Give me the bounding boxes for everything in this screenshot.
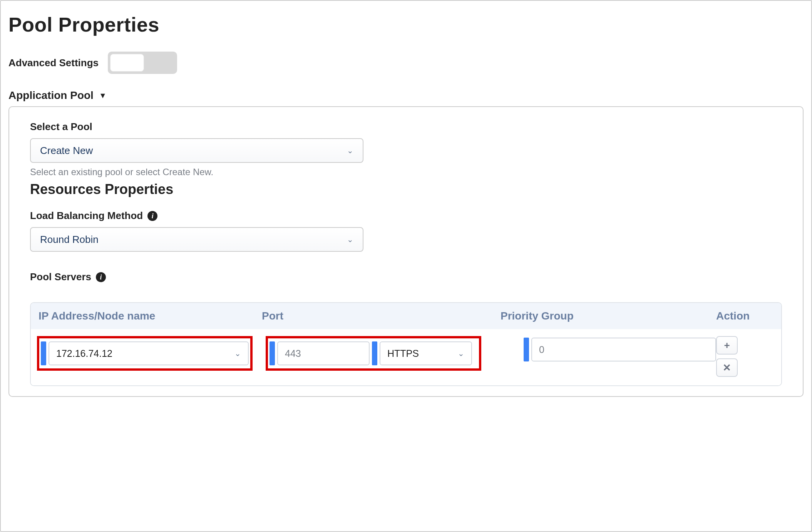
- priority-cell: 0: [524, 336, 716, 363]
- select-pool-helper: Select an existing pool or select Create…: [30, 167, 782, 177]
- load-balancing-method-value: Round Robin: [40, 234, 99, 246]
- protocol-dropdown[interactable]: HTTPS ⌄: [380, 341, 472, 365]
- select-pool-label-text: Select a Pool: [30, 121, 92, 133]
- focus-bar: [270, 341, 275, 365]
- pool-servers-label-text: Pool Servers: [30, 271, 91, 283]
- col-port: Port: [262, 310, 501, 322]
- highlight-ip-cell: 172.16.74.12 ⌄: [37, 336, 253, 371]
- action-cell: + ✕: [716, 336, 778, 377]
- ip-address-input[interactable]: 172.16.74.12 ⌄: [49, 341, 249, 365]
- chevron-down-icon: ⌄: [347, 146, 353, 155]
- page-title: Pool Properties: [8, 13, 804, 36]
- info-icon[interactable]: i: [147, 211, 157, 221]
- table-header: IP Address/Node name Port Priority Group…: [31, 303, 781, 329]
- advanced-settings-toggle[interactable]: [108, 52, 177, 74]
- pool-properties-frame: Pool Properties Advanced Settings Applic…: [0, 0, 812, 532]
- pool-servers-label: Pool Servers i: [30, 271, 782, 283]
- select-pool-label: Select a Pool: [30, 121, 782, 133]
- add-row-button[interactable]: +: [716, 336, 738, 355]
- chevron-down-icon: ⌄: [234, 349, 241, 358]
- close-icon: ✕: [723, 363, 731, 373]
- load-balancing-method-dropdown[interactable]: Round Robin ⌄: [30, 227, 363, 252]
- ip-address-value: 172.16.74.12: [56, 348, 112, 359]
- col-ip: IP Address/Node name: [39, 310, 262, 322]
- focus-bar: [41, 341, 46, 365]
- load-balancing-method-label-text: Load Balancing Method: [30, 210, 143, 222]
- resources-properties-title: Resources Properties: [30, 181, 782, 197]
- priority-value: 0: [539, 344, 544, 355]
- table-row: 172.16.74.12 ⌄ 443 HTTPS: [31, 329, 781, 385]
- chevron-down-icon: ⌄: [458, 349, 464, 358]
- col-priority: Priority Group: [501, 310, 716, 322]
- load-balancing-method-label: Load Balancing Method i: [30, 210, 782, 222]
- port-input[interactable]: 443: [277, 341, 370, 365]
- plus-icon: +: [724, 340, 730, 350]
- advanced-settings-label: Advanced Settings: [8, 57, 99, 69]
- col-action: Action: [716, 310, 778, 322]
- focus-bar: [372, 341, 377, 365]
- focus-bar: [524, 338, 529, 361]
- application-pool-section-header[interactable]: Application Pool ▼: [8, 89, 804, 102]
- port-value: 443: [285, 348, 301, 359]
- select-pool-dropdown[interactable]: Create New ⌄: [30, 138, 363, 163]
- highlight-port-cell: 443 HTTPS ⌄: [266, 336, 481, 371]
- select-pool-value: Create New: [40, 145, 93, 157]
- chevron-down-icon: ⌄: [347, 235, 353, 244]
- protocol-value: HTTPS: [387, 348, 419, 359]
- remove-row-button[interactable]: ✕: [716, 358, 738, 377]
- info-icon[interactable]: i: [96, 272, 106, 282]
- caret-down-icon: ▼: [99, 91, 107, 100]
- application-pool-panel: Select a Pool Create New ⌄ Select an exi…: [8, 106, 804, 397]
- priority-group-input[interactable]: 0: [531, 338, 716, 361]
- advanced-settings-row: Advanced Settings: [8, 52, 804, 74]
- application-pool-section-label: Application Pool: [8, 89, 94, 102]
- toggle-knob: [110, 54, 144, 72]
- pool-servers-table: IP Address/Node name Port Priority Group…: [30, 302, 782, 386]
